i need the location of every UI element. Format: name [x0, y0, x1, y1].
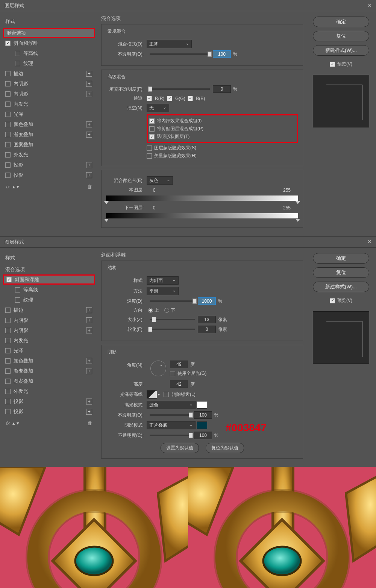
checkbox-icon[interactable]: [5, 112, 11, 117]
checkbox-icon[interactable]: [5, 379, 11, 384]
angle-control[interactable]: [150, 361, 166, 376]
style-drop-shadow-2[interactable]: 投影+: [3, 406, 95, 417]
plus-icon[interactable]: +: [86, 71, 92, 77]
plus-icon[interactable]: +: [86, 81, 92, 87]
checkbox-icon[interactable]: [5, 399, 11, 404]
checkbox-icon[interactable]: [5, 338, 11, 343]
arrow-down-icon[interactable]: ▾: [17, 420, 19, 426]
size-input[interactable]: 13: [198, 316, 216, 323]
highlight-opacity-slider[interactable]: [150, 414, 191, 416]
fill-opacity-input[interactable]: 0: [213, 85, 231, 93]
channel-r-checkbox[interactable]: ✓: [147, 96, 152, 101]
reset-button[interactable]: 复位: [313, 31, 369, 41]
opacity-input[interactable]: 100: [213, 50, 231, 58]
style-pattern-overlay[interactable]: 图案叠加: [3, 376, 95, 386]
checkbox-icon[interactable]: [5, 318, 11, 323]
antialias-checkbox[interactable]: [164, 392, 169, 397]
style-color-overlay[interactable]: 颜色叠加+: [3, 119, 95, 129]
style-drop-shadow[interactable]: 投影+: [3, 396, 95, 406]
arrow-up-icon[interactable]: ▴: [12, 184, 15, 189]
highlight-mode-select[interactable]: 滤色: [147, 401, 196, 409]
style-texture[interactable]: 纹理: [3, 295, 95, 305]
checkbox-icon[interactable]: [5, 328, 11, 333]
bevel-style-select[interactable]: 内斜面: [147, 276, 179, 285]
ok-button[interactable]: 确定: [313, 253, 369, 264]
new-style-button[interactable]: 新建样式(W)...: [313, 45, 369, 56]
checkbox-icon[interactable]: [15, 61, 20, 66]
fx-icon[interactable]: fx: [6, 184, 10, 189]
technique-select[interactable]: 平滑: [147, 287, 179, 295]
checkbox-icon[interactable]: [5, 142, 11, 147]
plus-icon[interactable]: +: [86, 317, 92, 323]
checkbox-icon[interactable]: [147, 145, 152, 151]
style-inner-glow[interactable]: 内发光: [3, 335, 95, 346]
fx-icon[interactable]: fx: [6, 420, 10, 426]
plus-icon[interactable]: +: [86, 172, 92, 178]
channel-g-checkbox[interactable]: ✓: [167, 96, 172, 101]
style-inner-shadow[interactable]: 内阴影+: [3, 79, 95, 89]
shadow-color-swatch[interactable]: [197, 421, 207, 429]
style-color-overlay[interactable]: 颜色叠加+: [3, 356, 95, 366]
angle-input[interactable]: 49: [170, 361, 188, 368]
style-drop-shadow-2[interactable]: 投影+: [3, 170, 95, 180]
plus-icon[interactable]: +: [86, 409, 92, 415]
plus-icon[interactable]: +: [86, 358, 92, 364]
plus-icon[interactable]: +: [86, 162, 92, 168]
shadow-opacity-slider[interactable]: [150, 435, 191, 436]
dir-down-radio[interactable]: [164, 308, 169, 313]
global-light-checkbox[interactable]: [170, 371, 175, 376]
channel-b-checkbox[interactable]: ✓: [188, 96, 193, 101]
checkbox-icon[interactable]: [5, 91, 11, 97]
altitude-input[interactable]: 42: [170, 380, 188, 388]
highlight-color-swatch[interactable]: [197, 401, 207, 409]
underlying-gradient[interactable]: [106, 213, 298, 218]
plus-icon[interactable]: +: [86, 307, 92, 313]
new-style-button[interactable]: 新建样式(W)...: [313, 282, 369, 292]
reset-button[interactable]: 复位: [313, 267, 369, 278]
blend-mode-select[interactable]: 正常: [147, 40, 192, 48]
style-inner-glow[interactable]: 内发光: [3, 99, 95, 109]
fill-opacity-slider[interactable]: [150, 88, 210, 90]
checkbox-icon[interactable]: [15, 51, 20, 56]
ok-button[interactable]: 确定: [313, 17, 369, 27]
style-gradient-overlay[interactable]: 渐变叠加+: [3, 129, 95, 139]
style-satin[interactable]: 光泽: [3, 109, 95, 119]
style-gradient-overlay[interactable]: 渐变叠加+: [3, 366, 95, 376]
checkbox-icon[interactable]: [5, 122, 11, 127]
checkbox-icon[interactable]: ✓: [149, 134, 155, 139]
plus-icon[interactable]: +: [86, 368, 92, 374]
trash-icon[interactable]: 🗑: [87, 420, 92, 426]
checkbox-icon[interactable]: [5, 368, 11, 374]
style-outer-glow[interactable]: 外发光: [3, 150, 95, 160]
soften-slider[interactable]: [150, 329, 195, 330]
checkbox-icon[interactable]: [15, 297, 20, 303]
arrow-up-icon[interactable]: ▴: [12, 420, 15, 426]
set-default-button[interactable]: 设置为默认值: [161, 443, 199, 453]
plus-icon[interactable]: +: [86, 91, 92, 97]
checkbox-icon[interactable]: ✓: [5, 41, 11, 46]
checkbox-icon[interactable]: [149, 126, 155, 132]
checkbox-icon[interactable]: [5, 152, 11, 158]
this-layer-gradient[interactable]: [106, 195, 298, 201]
dir-up-radio[interactable]: [148, 308, 153, 313]
trash-icon[interactable]: 🗑: [87, 184, 92, 189]
soften-input[interactable]: 0: [198, 326, 216, 333]
depth-slider[interactable]: [150, 300, 195, 302]
checkbox-icon[interactable]: [5, 132, 11, 137]
checkbox-icon[interactable]: [5, 308, 11, 313]
style-drop-shadow[interactable]: 投影+: [3, 160, 95, 170]
checkbox-icon[interactable]: [5, 389, 11, 394]
style-blend-options[interactable]: 混合选项: [3, 28, 95, 38]
preview-checkbox[interactable]: ✓: [330, 298, 335, 303]
close-icon[interactable]: ×: [367, 238, 371, 246]
plus-icon[interactable]: +: [86, 399, 92, 405]
arrow-down-icon[interactable]: ▾: [17, 184, 19, 189]
style-blend-options[interactable]: 混合选项: [3, 264, 95, 274]
style-stroke[interactable]: 描边+: [3, 305, 95, 315]
shadow-opacity-input[interactable]: 100: [194, 432, 212, 439]
style-pattern-overlay[interactable]: 图案叠加: [3, 139, 95, 150]
style-inner-shadow[interactable]: 内阴影+: [3, 315, 95, 325]
opacity-slider[interactable]: [150, 53, 210, 55]
checkbox-icon[interactable]: [5, 71, 11, 76]
style-outer-glow[interactable]: 外发光: [3, 386, 95, 396]
